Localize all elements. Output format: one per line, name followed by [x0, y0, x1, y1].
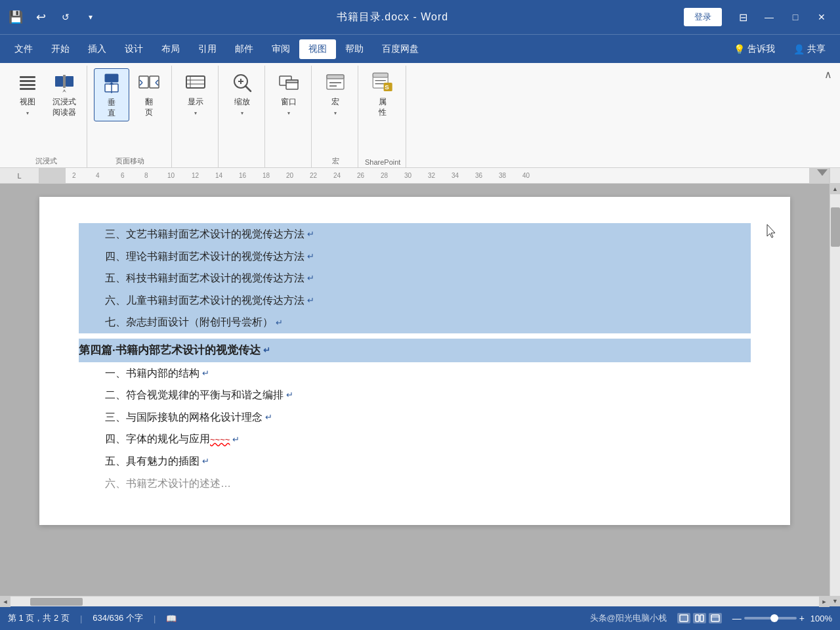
view-dropdown-icon: ▾	[26, 110, 29, 116]
ribbon-zoom-button[interactable]: 缩放 ▾	[225, 68, 259, 119]
immersive-reader-icon	[52, 71, 76, 94]
doc-line-5: 七、杂志封面设计（附创刊号尝析）↵	[79, 311, 751, 333]
svg-rect-10	[150, 76, 159, 88]
vertical-scrollbar[interactable]: ▲ ▼	[830, 184, 840, 606]
horizontal-ruler: 2 4 6 8 10 12 14 16 18 20 22 24 26 28 30…	[39, 168, 830, 183]
menu-home[interactable]: 开始	[42, 39, 79, 59]
svg-rect-35	[711, 615, 719, 621]
macro-label: 宏	[331, 97, 339, 108]
customize-button[interactable]: ▾	[80, 7, 101, 28]
ribbon-window-items: 窗口 ▾	[272, 68, 306, 165]
scroll-thumb[interactable]	[831, 207, 840, 247]
ribbon-macro-items: 宏 ▾	[318, 68, 352, 155]
svg-rect-4	[55, 76, 63, 87]
minimize-button[interactable]: —	[756, 7, 782, 28]
scroll-up-button[interactable]: ▲	[830, 184, 841, 194]
page-label: 第 1 页，共 2 页	[8, 612, 70, 624]
properties-label: 属性	[379, 97, 387, 117]
title-right: 登录 ⊟ — □ ✕	[684, 7, 835, 28]
ribbon-display-items: 显示 ▾	[178, 68, 213, 165]
status-bar: 第 1 页，共 2 页 | 634/636 个字 | 📖 头条@阳光电脑小栈 —…	[0, 606, 840, 630]
login-button[interactable]: 登录	[684, 8, 722, 26]
ribbon-group-display: 显示 ▾	[173, 66, 219, 167]
menu-help[interactable]: 帮助	[336, 39, 373, 59]
document-container[interactable]: 三、文艺书籍封面艺术设计的视觉传达方法↵ 四、理论书籍封面艺术设计的视觉传达方法…	[0, 184, 830, 606]
doc-line-1: 三、文艺书籍封面艺术设计的视觉传达方法↵	[79, 223, 751, 245]
zoom-slider[interactable]	[744, 617, 797, 620]
doc-line-heading: 第四篇·书籍内部艺术设计的视觉传达↵	[79, 339, 751, 362]
doc-line-11: 六、书籍艺术设计的述述…	[79, 472, 751, 495]
svg-rect-33	[696, 615, 699, 621]
ruler-corner: L	[0, 168, 39, 183]
h-scroll-thumb[interactable]	[30, 598, 83, 606]
ribbon-display-button[interactable]: 显示 ▾	[178, 68, 213, 119]
menu-search[interactable]: 💡吿诉我	[724, 39, 784, 59]
ribbon-properties-button[interactable]: S 属性	[366, 68, 400, 120]
language-icon: 📖	[166, 614, 177, 623]
doc-line-7: 二、符合视觉规律的平衡与和谐之编排↵	[79, 384, 751, 406]
menu-share[interactable]: 👤共享	[784, 39, 835, 59]
svg-rect-7	[105, 74, 118, 82]
svg-rect-2	[20, 84, 35, 86]
read-view-button[interactable]	[693, 613, 706, 623]
web-view-button[interactable]	[709, 613, 722, 623]
zoom-level: 100%	[807, 614, 832, 623]
ribbon-immersive-button[interactable]: 沉浸式阅读器	[47, 68, 81, 120]
ribbon-view-button[interactable]: 视图 ▾	[10, 68, 45, 119]
window-icon	[277, 71, 301, 94]
window-label: 窗口	[281, 97, 297, 108]
ribbon-page-button[interactable]: 翻页	[132, 68, 166, 120]
sharepoint-group-label: SharePoint	[365, 157, 400, 166]
menu-view[interactable]: 视图	[299, 39, 336, 59]
doc-line-9: 四、字体的规化与应用 ~~~~ ↵	[79, 428, 751, 450]
window-controls: ⊟ — □ ✕	[730, 7, 835, 28]
zoom-label: 缩放	[234, 97, 250, 108]
zoom-slider-thumb[interactable]	[770, 614, 778, 622]
vertical-label: 垂直	[108, 98, 116, 118]
ribbon-zoom-items: 缩放 ▾	[225, 68, 259, 165]
save-button[interactable]: 💾	[5, 7, 26, 28]
ribbon-group-window: 窗口 ▾	[266, 66, 312, 167]
scroll-down-button[interactable]: ▼	[830, 596, 841, 606]
svg-rect-21	[286, 80, 298, 83]
immersive-group-label: 沉浸式	[35, 155, 57, 166]
horizontal-scrollbar[interactable]: ◄ ►	[0, 596, 830, 606]
zoom-area: — + 100%	[732, 613, 832, 623]
menu-baidu[interactable]: 百度网盘	[373, 39, 428, 59]
word-count-label: 634/636 个字	[93, 612, 143, 624]
scroll-track[interactable]	[830, 194, 840, 596]
svg-rect-9	[139, 76, 148, 88]
scroll-right-button[interactable]: ►	[819, 597, 830, 607]
doc-line-8: 三、与国际接轨的网格化设计理念↵	[79, 406, 751, 429]
undo-button[interactable]: ↩	[30, 7, 51, 28]
ribbon-vertical-button[interactable]: 垂直	[94, 68, 129, 121]
close-button[interactable]: ✕	[808, 7, 835, 28]
menu-review[interactable]: 审阅	[262, 39, 299, 59]
ribbon-pagemove-items: 垂直 翻页	[94, 68, 166, 155]
redo-button[interactable]: ↺	[55, 7, 76, 28]
ribbon-window-button[interactable]: 窗口 ▾	[272, 68, 306, 119]
ribbon-collapse-button[interactable]: ∧	[822, 66, 835, 167]
restore-window-button[interactable]: ⊟	[730, 7, 756, 28]
ribbon-group-sharepoint: S 属性 SharePoint	[360, 66, 406, 167]
scroll-left-button[interactable]: ◄	[0, 597, 10, 607]
menu-insert[interactable]: 插入	[79, 39, 116, 59]
page-flip-icon	[137, 71, 161, 94]
menu-file[interactable]: 文件	[5, 39, 42, 59]
svg-rect-32	[680, 615, 688, 621]
status-right: 头条@阳光电脑小栈 — + 100%	[590, 612, 832, 624]
h-scroll-track[interactable]	[10, 597, 819, 606]
layout-view-button[interactable]	[677, 613, 690, 623]
svg-rect-34	[700, 615, 704, 621]
menu-design[interactable]: 设计	[116, 39, 152, 59]
svg-rect-5	[66, 76, 74, 87]
ribbon-group-pagemove: 垂直 翻页 页面移动	[89, 66, 172, 167]
menu-references[interactable]: 引用	[189, 39, 226, 59]
title-bar: 💾 ↩ ↺ ▾ 书籍目录.docx - Word 登录 ⊟ — □ ✕	[0, 0, 840, 34]
maximize-button[interactable]: □	[782, 7, 808, 28]
menu-layout[interactable]: 布局	[152, 39, 189, 59]
menu-mailings[interactable]: 邮件	[226, 39, 262, 59]
properties-icon: S	[371, 71, 394, 94]
doc-line-6: 一、书籍内部的结构↵	[79, 362, 751, 385]
ribbon-macro-button[interactable]: 宏 ▾	[318, 68, 352, 119]
